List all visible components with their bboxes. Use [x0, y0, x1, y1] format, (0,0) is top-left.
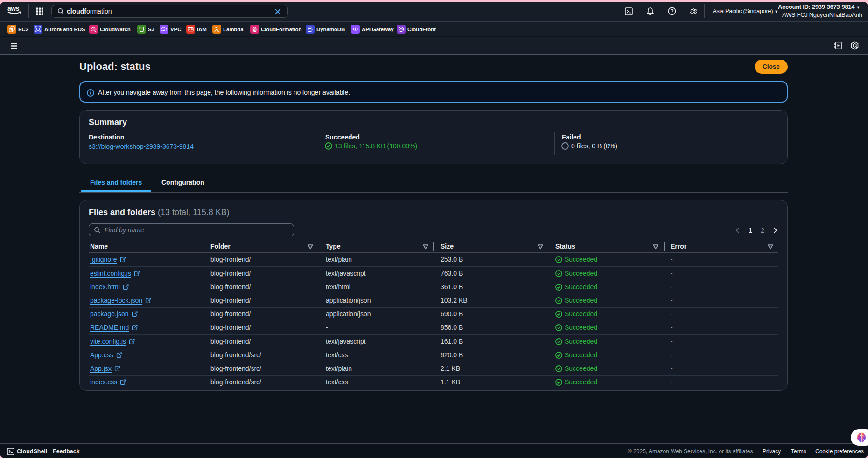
- svg-text:aws: aws: [7, 6, 20, 12]
